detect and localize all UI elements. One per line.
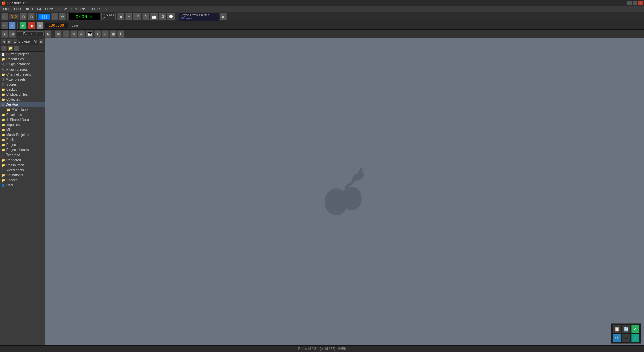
browser-item-backup[interactable]: 📁Backup [0,87,45,92]
menu-item-file[interactable]: FILE [1,7,12,11]
browser-item-icon: 📁 [1,128,5,132]
browser-item-current-project[interactable]: 📋Current project [0,52,45,57]
browser-item-packs[interactable]: 📁Packs [0,137,45,142]
now-playing: Jayce Lewis 'Shields' Winners [179,12,219,21]
pattern-eq-btn[interactable]: ≡ [78,30,85,38]
minimize-button[interactable]: − [627,1,632,5]
browser-item-recorded[interactable]: 🎙Recorded [0,152,45,158]
browser-item-collected[interactable]: 📁Collected [0,97,45,102]
browser-item-musik-projekte[interactable]: 📁Musik-Projekte [0,132,45,137]
browser-item-soundfonts[interactable]: 📁Soundfonts [0,173,45,178]
pattern-bar: ▶ ◀ Pattern 1 ▶ ⊞ ⊟ ⊠ ≡ 🎹 ♦ ↙ ▣ ⬇ [0,30,644,38]
menu-item-patterns[interactable]: PATTERNS [35,7,56,11]
browser-item-mw3-tools[interactable]: 📁MW3 Tools [0,107,45,112]
browser-item-clipboard-files[interactable]: 📁Clipboard files [0,92,45,97]
next-track-btn[interactable]: ▶ [220,13,227,20]
browser-item-envelopes[interactable]: 📁Envelopes [0,112,45,117]
browser-item-icon: 📁 [1,93,5,96]
browser-music-btn[interactable]: 🎵 [14,46,19,51]
browser-back-btn[interactable]: ◀ [1,39,6,44]
menu-item-add[interactable]: ADD [24,7,35,11]
menu-item-view[interactable]: VIEW [57,7,69,11]
browser-item-icon: 📁 [1,123,5,127]
time-value: 0:00 [76,14,87,19]
separator-5 [177,13,177,20]
browser-item-desktop[interactable]: 🖥Desktop [0,102,45,107]
br-refresh-btn[interactable]: 🔄 [622,325,630,333]
toolbar-btn-1[interactable]: ⬡ [1,13,8,20]
menu-item-?[interactable]: ? [104,7,109,11]
browser-item-plugin-presets[interactable]: 🔌Plugin presets [0,67,45,72]
browser-item-ressourcen[interactable]: 📁Ressourcen [0,163,45,168]
pattern-arrow-btn[interactable]: ↙ [102,30,109,38]
browser-item-user[interactable]: 👤User [0,183,45,188]
browser-item-label: Impulses [6,123,20,127]
browser-item-mixer-presets[interactable]: 🎛Mixer presets [0,77,45,82]
pattern-border-btn[interactable]: ▣ [110,30,116,38]
browser-up-btn[interactable]: ▲ [13,39,17,44]
toolbar-right-btn[interactable]: → [51,13,58,20]
line-btn[interactable]: ╱ [9,22,16,29]
browser-item-icon: 📁 [1,118,5,122]
pattern-split-btn[interactable]: ⊠ [70,30,77,38]
menu-item-edit[interactable]: EDIT [12,7,23,11]
svg-point-2 [351,170,366,183]
maximize-button[interactable]: □ [633,1,637,5]
browser-item-label: Projects bones [6,148,29,152]
toolbar-btn-2[interactable]: ⬡ [20,13,27,20]
title-bar-title: FL Studio 12 [7,1,26,5]
browser-item-icon: 🎙 [1,153,4,157]
stop-btn[interactable]: ■ [28,22,35,29]
menu-item-options[interactable]: OPTIONS [69,7,88,11]
cut-btn[interactable]: ✂ [125,13,132,20]
br-green-btn[interactable]: ✓ [631,325,639,333]
browser-item-label: Speech [6,178,18,182]
pattern-grid-btn[interactable]: ⊞ [55,30,62,38]
record-transport-btn[interactable]: ● [36,22,44,29]
br-copy-btn[interactable]: 📋 [613,325,621,333]
browser-item-projects-bones[interactable]: 📁Projects bones [0,147,45,152]
browser-item-il-shared-data[interactable]: 📁IL Shared Data [0,117,45,122]
browser-item-plugin-database[interactable]: 🔌Plugin database [0,62,45,67]
browser-item-scores[interactable]: 🎵Scores [0,82,45,87]
browser-item-recent-files[interactable]: 📁Recent files [0,57,45,62]
browser-item-label: Mixer presets [6,78,26,81]
browser-item-channel-presets[interactable]: 📁Channel presets [0,72,45,77]
mixer-btn[interactable]: 🎛 [159,13,166,20]
title-bar-left: 🍎 FL Studio 12 [1,1,26,5]
browser-folder-btn[interactable]: 📁 [8,46,13,51]
pattern-piano-btn[interactable]: 🎹 [86,30,93,38]
br-cyan-btn[interactable]: + [631,334,639,342]
piano-btn[interactable]: 🎹 [150,13,158,20]
pattern-right-btn[interactable]: ▶ [45,30,51,38]
browser-item-misc[interactable]: 📁Misc [0,127,45,132]
browser-item-icon: 📁 [1,113,5,117]
br-blue-btn[interactable]: ↺ [613,334,621,342]
browser-item-rendered[interactable]: 📁Rendered [0,158,45,163]
help-btn[interactable]: ? [142,13,149,20]
browser-item-projects[interactable]: 📁Projects [0,142,45,147]
pattern-left-btn[interactable]: ◀ [9,30,16,38]
mic-btn[interactable]: 🎤 [133,13,141,20]
menu-item-tools[interactable]: TOOLS [88,7,103,11]
browser-more-btn[interactable]: ▶ [39,39,44,44]
close-button[interactable]: × [638,1,643,5]
toolbar-btn-3[interactable]: ⬡ [28,13,35,20]
browser-item-speech[interactable]: 📁Speech [0,178,45,183]
pattern-filter-btn[interactable]: ♦ [94,30,101,38]
browser-fwd-btn[interactable]: ▶ [7,39,12,44]
now-playing-album: Winners [181,17,217,20]
chat-btn[interactable]: 💬 [167,13,175,20]
browser-item-sliced-beats[interactable]: 🎙Sliced beats [0,168,45,173]
record-btn[interactable]: ⏺ [117,13,124,20]
browser-item-impulses[interactable]: 📁Impulses [0,122,45,127]
pattern-dl-btn[interactable]: ⬇ [117,30,124,38]
browser-new-btn[interactable]: + [1,46,7,51]
play-btn[interactable]: ▶ [19,22,27,29]
pencil-btn[interactable]: ✏ [1,22,8,29]
toolbar-options-btn[interactable]: ⚙ [59,13,66,20]
pattern-play-btn[interactable]: ▶ [1,30,8,38]
pattern-merge-btn[interactable]: ⊟ [63,30,69,38]
br-gear-btn[interactable]: ⚙ [622,334,630,342]
title-bar-controls: − □ × [627,1,643,5]
